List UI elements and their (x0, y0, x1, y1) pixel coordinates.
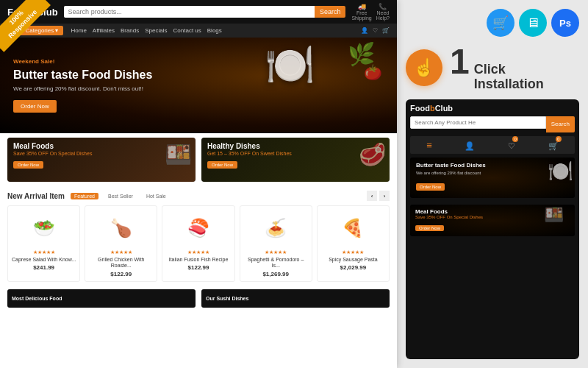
product-name-3: Italian Fusion Fish Recipe (166, 257, 230, 263)
search-button[interactable]: Search (315, 6, 346, 18)
mobile-search-button[interactable]: Search (546, 116, 575, 132)
right-panel: 🛒 🖥 Ps ☝ 1 Click Installation FoodbClub … (397, 0, 588, 368)
product-rating-3: ★★★★★ (166, 250, 230, 255)
website-preview: 100%Responsive FoodbClub Search 🚚FreeShi… (0, 0, 397, 368)
meal-title: Meal Foods (13, 142, 190, 150)
product-name-5: Spicy Sausage Pasta (321, 257, 385, 263)
search-input[interactable] (64, 6, 315, 18)
site-nav: ≡ All Categories ▾ Home Affiliates Brand… (0, 24, 397, 38)
healthy-subtitle: Get 15 – 35% OFF On Sweet Dishes (207, 151, 384, 156)
healthy-content: Healthy Dishes Get 15 – 35% OFF On Sweet… (201, 138, 390, 174)
most-delicious-card: Most Delicious Food (7, 289, 196, 308)
cart-nav-icon[interactable]: 🛒 (382, 27, 390, 34)
bottom-strip: Most Delicious Food Our Sushi Dishes (0, 286, 397, 311)
product-rating-1: ★★★★★ (12, 250, 76, 255)
tab-bestseller[interactable]: Best Seller (104, 193, 137, 199)
cart-badge: 0 (556, 136, 562, 142)
product-name-1: Caprese Salad With Know... (12, 257, 76, 263)
product-price-1: $241.99 (12, 264, 76, 271)
prev-arrow[interactable]: ‹ (367, 191, 377, 201)
click-label-line1: Click (474, 63, 544, 77)
tab-featured[interactable]: Featured (71, 193, 98, 199)
mobile-hero-subtitle: We are offering 20% flat discount (416, 171, 569, 175)
nav-specials[interactable]: Specials (145, 27, 167, 34)
site-header: FoodbClub Search 🚚FreeShipping 📞NeedHelp… (0, 0, 397, 24)
mobile-logo: FoodbClub (410, 104, 575, 113)
need-help-icon: 📞NeedHelp? (376, 3, 390, 21)
header-icons: 🚚FreeShipping 📞NeedHelp? (351, 3, 390, 21)
table-row: 🍕 ★★★★★ Spicy Sausage Pasta $2,029.99 (317, 205, 390, 282)
click-label-line2: Installation (474, 77, 544, 92)
mobile-menu-icon[interactable]: ≡ (426, 138, 432, 152)
mobile-user-icon[interactable]: 👤 (465, 138, 475, 152)
mobile-search: Search (410, 116, 575, 132)
mobile-hero-title: Butter taste Food Dishes (416, 162, 569, 169)
mobile-hero-order-btn[interactable]: Order Now (416, 183, 445, 191)
mobile-preview: FoodbClub Search ≡ 👤 ♡ 0 🛒 0 (406, 99, 579, 359)
section-title: New Arrival Item (7, 192, 65, 200)
healthy-order-btn[interactable]: Order Now (207, 161, 237, 169)
responsive-badge: 100%Responsive (0, 0, 51, 52)
product-image-3: 🍣 (176, 210, 220, 247)
badge-text: 100%Responsive (0, 0, 51, 52)
product-rating-5: ★★★★★ (321, 250, 385, 255)
most-delicious-label: Most Delicious Food (12, 296, 62, 301)
click-installation-text: 1 Click Installation (450, 44, 544, 92)
mobile-search-input[interactable] (410, 116, 546, 129)
nav-affiliates[interactable]: Affiliates (93, 27, 115, 34)
nav-home[interactable]: Home (71, 27, 86, 34)
nav-brands[interactable]: Brands (121, 27, 139, 34)
hero-title: Butter taste Food Dishes (13, 68, 152, 82)
nav-links: Home Affiliates Brands Specials Contact … (71, 27, 221, 34)
tab-hotsale[interactable]: Hot Sale (143, 193, 170, 199)
wishlist-badge: 0 (512, 136, 518, 142)
free-shipping-icon: 🚚FreeShipping (351, 3, 371, 21)
product-name-4: Spaghetti & Pomodoro – Is... (244, 257, 308, 269)
product-price-4: $1,269.99 (244, 271, 308, 277)
meal-order-btn[interactable]: Order Now (13, 161, 43, 169)
nav-actions: 👤 ♡ 🛒 (361, 27, 390, 34)
hero-content: Weekend Sale! Butter taste Food Dishes W… (13, 58, 152, 113)
product-rating-4: ★★★★★ (244, 250, 308, 255)
categories-section: 🍱 Meal Foods Save 35% OFF On Special Dis… (0, 133, 397, 186)
desktop-feature-icon: 🖥 (519, 9, 547, 37)
click-number: 1 (450, 44, 470, 79)
hero-subtitle: We are offering 20% flat discount. Don't… (13, 85, 152, 92)
product-price-3: $122.99 (166, 264, 230, 271)
table-row: 🥗 ★★★★★ Caprese Salad With Know... $241.… (7, 205, 80, 282)
nav-blogs[interactable]: Blogs (207, 27, 222, 34)
wishlist-icon[interactable]: ♡ (373, 27, 378, 34)
finger-touch-icon: ☝ (406, 49, 442, 86)
section-arrows: ‹ › (367, 191, 390, 201)
table-row: 🍝 ★★★★★ Spaghetti & Pomodoro – Is... $1,… (240, 205, 312, 282)
nav-contact[interactable]: Contact us (173, 27, 201, 34)
product-image-4: 🍝 (254, 210, 298, 247)
mobile-nav: ≡ 👤 ♡ 0 🛒 0 (410, 136, 575, 154)
meal-subtitle: Save 35% OFF On Special Dishes (13, 151, 190, 156)
mobile-meal-btn[interactable]: Order Now (415, 225, 444, 231)
product-price-2: $122.99 (89, 271, 153, 277)
section-header: New Arrival Item Featured Best Seller Ho… (7, 191, 390, 201)
mobile-cart-icon[interactable]: 🛒 0 (548, 138, 559, 152)
product-image-2: 🍗 (99, 210, 143, 247)
mobile-hero: 🍽️ Butter taste Food Dishes We are offer… (410, 158, 575, 198)
products-section: New Arrival Item Featured Best Seller Ho… (0, 186, 397, 286)
hero-sale-label: Weekend Sale! (13, 58, 152, 65)
hero-order-btn[interactable]: Order Now (13, 100, 57, 113)
next-arrow[interactable]: › (379, 191, 390, 201)
mobile-meal-section: 🍱 Meal Foods Save 35% OFF On Special Dis… (410, 205, 575, 236)
hero-section: 🍽️ 🌿 🍅 Weekend Sale! Butter taste Food D… (0, 38, 397, 133)
products-grid: 🥗 ★★★★★ Caprese Salad With Know... $241.… (7, 205, 390, 282)
mobile-hero-food: 🍽️ (548, 159, 573, 183)
table-row: 🍣 ★★★★★ Italian Fusion Fish Recipe $122.… (162, 205, 234, 282)
photoshop-feature-icon: Ps (551, 9, 579, 37)
meal-foods-card: 🍱 Meal Foods Save 35% OFF On Special Dis… (7, 138, 196, 182)
mobile-wishlist-icon[interactable]: ♡ 0 (508, 138, 515, 152)
search-bar: Search (64, 6, 346, 18)
meal-content: Meal Foods Save 35% OFF On Special Dishe… (7, 138, 196, 174)
user-icon[interactable]: 👤 (361, 27, 368, 34)
product-image-1: 🥗 (22, 210, 66, 247)
product-price-5: $2,029.99 (321, 264, 385, 271)
healthy-title: Healthy Dishes (207, 142, 384, 150)
hero-food-image: 🍽️ 🌿 🍅 (265, 41, 382, 130)
